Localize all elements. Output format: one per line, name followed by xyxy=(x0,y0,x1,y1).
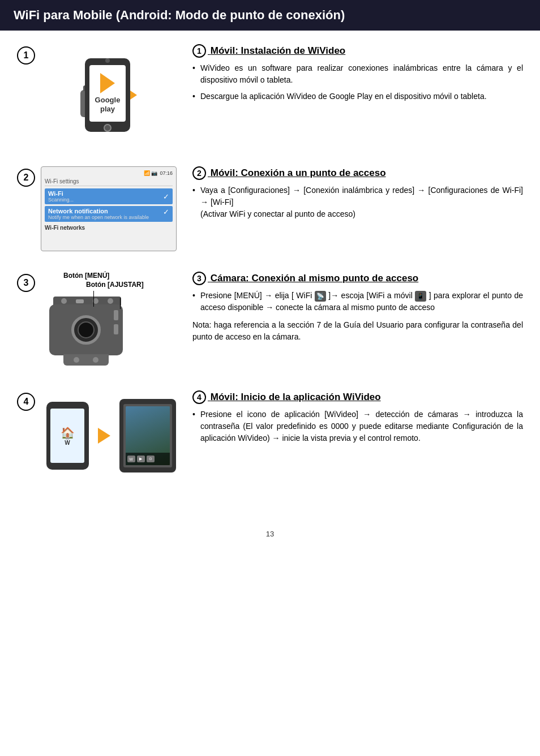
phone-speaker xyxy=(105,58,110,63)
cam-side-btn-1 xyxy=(114,310,118,320)
step-1-number: 1 xyxy=(17,46,35,65)
wifi-networks-label: Wi-Fi networks xyxy=(45,224,173,232)
wifi-icon-inline: 📡 xyxy=(315,291,326,302)
cam-btn-2 xyxy=(76,299,84,303)
wifi-scanning: Scanning... xyxy=(48,197,74,203)
step-4-title: 4 Móvil: Inicio de la aplicación WiVideo xyxy=(192,390,523,404)
wifi-label: Wi-Fi xyxy=(48,190,74,197)
step-3-bullet-1: Presione [MENÚ] → elija [ WiFi 📡 ]→ esco… xyxy=(192,290,523,313)
step-1-illustration: ☁ Googleplay xyxy=(41,44,181,146)
step-2-left: 2 📶 📷 07:16 Wi-Fi settings Wi-Fi Scannin… xyxy=(17,166,181,251)
app-icon-label: W xyxy=(65,440,70,446)
preview-btn-w: W xyxy=(127,456,135,462)
page-header: WiFi para Mobile (Android: Modo de punto… xyxy=(0,0,540,31)
camera-illustration xyxy=(41,291,143,370)
wifi-label-group: Wi-Fi Scanning... xyxy=(48,190,74,203)
tablet-device-icon: W ▶ ⊙ xyxy=(119,399,176,472)
cam-body xyxy=(49,304,123,355)
cam-bottom-btn-2 xyxy=(93,357,98,363)
step-4-number: 4 xyxy=(17,393,35,411)
step-4-illustration: 🏠 W W xyxy=(41,390,181,481)
preview-btn-3: ⊙ xyxy=(147,456,155,462)
wifi-row: Wi-Fi Scanning... ✓ xyxy=(45,188,173,204)
notif-text-group: Network notification Notify me when an o… xyxy=(48,208,149,220)
menu-button-label: Botón [MENÚ] xyxy=(63,272,160,280)
notif-label: Network notification xyxy=(48,208,149,214)
step-3-note: Nota: haga referencia a la sección 7 de … xyxy=(192,319,523,343)
step-3-right: 3 Cámara: Conexión al mismo punto de acc… xyxy=(192,272,523,343)
cam-lens-outer xyxy=(71,315,101,345)
cam-side-btn-2 xyxy=(114,324,118,334)
step-3-camera-area: Botón [MENÚ] Botón [AJUSTAR] xyxy=(41,272,160,370)
step4-arrow xyxy=(98,428,110,444)
step-4-left: 4 🏠 W xyxy=(17,390,181,481)
step-4-right: 4 Móvil: Inicio de la aplicación WiVideo… xyxy=(192,390,523,449)
step-2-bullets: Vaya a [Configuraciones] → [Conexión ina… xyxy=(192,184,523,220)
step-1-bullet-2: Descargue la aplicación WiVideo de Googl… xyxy=(192,91,523,102)
preview-toolbar: W ▶ ⊙ xyxy=(126,453,170,465)
tablet-screen: W ▶ ⊙ xyxy=(123,404,172,467)
notif-row: Network notification Notify me when an o… xyxy=(45,206,173,222)
step-2-title: 2 Móvil: Conexión a un punto de acceso xyxy=(192,166,523,180)
menu-arrow-line xyxy=(93,291,94,307)
step-1-left: 1 ☁ xyxy=(17,44,181,146)
header-title: WiFi para Mobile (Android: Modo de punto… xyxy=(14,8,345,22)
camera-preview-bg: W ▶ ⊙ xyxy=(126,406,170,465)
preview-btn-2: ▶ xyxy=(137,456,145,462)
step-3-title: 3 Cámara: Conexión al mismo punto de acc… xyxy=(192,272,523,285)
cam-btn-4 xyxy=(108,298,113,304)
google-play-triangle-icon xyxy=(100,73,115,93)
step-4-bullets: Presione el icono de aplicación [WiVideo… xyxy=(192,409,523,444)
cam-bottom-btn-1 xyxy=(74,357,79,363)
step-1-title: 1 Móvil: Instalación de WiVideo xyxy=(192,44,523,58)
adjust-button-label: Botón [AJUSTAR] xyxy=(86,281,160,289)
wifi-settings-label: Wi-Fi settings xyxy=(45,178,173,186)
wifi-check-icon: ✓ xyxy=(163,192,169,201)
camera-cloud-group: ☁ Googleplay xyxy=(80,73,142,117)
cam-bottom xyxy=(63,354,109,366)
step-2-number: 2 xyxy=(17,169,35,187)
tablet-preview-image: W ▶ ⊙ xyxy=(126,406,170,465)
cam-btn-1 xyxy=(61,298,67,304)
wifi-settings-illustration: 📶 📷 07:16 Wi-Fi settings Wi-Fi Scanning.… xyxy=(41,166,177,251)
mobile-device-icon: 🏠 W xyxy=(46,402,89,470)
phone-screen: Googleplay xyxy=(89,65,126,122)
google-play-logo: Googleplay xyxy=(95,96,121,113)
wivideo-app-icon: 🏠 W xyxy=(61,426,75,446)
step-1-bullet-1: WiVideo es un software para realizar con… xyxy=(192,62,523,86)
step-3-number-area: 3 Botón [MENÚ] Botón [AJUSTAR] xyxy=(17,272,160,370)
notif-check-icon: ✓ xyxy=(163,208,169,216)
mobile-icon-inline: 📱 xyxy=(415,291,426,302)
step-2-row: 2 📶 📷 07:16 Wi-Fi settings Wi-Fi Scannin… xyxy=(17,166,523,251)
step-1-row: 1 ☁ xyxy=(17,44,523,146)
step-3-left: 3 Botón [MENÚ] Botón [AJUSTAR] xyxy=(17,272,181,370)
step-1-bullets: WiVideo es un software para realizar con… xyxy=(192,62,523,102)
cam-lens-inner xyxy=(78,321,95,338)
page-number: 13 xyxy=(0,530,540,538)
adjust-arrow-line xyxy=(120,298,121,309)
step-2-bullet-1: Vaya a [Configuraciones] → [Conexión ina… xyxy=(192,184,523,220)
phone-icon: Googleplay xyxy=(85,58,130,132)
step-3-row: 3 Botón [MENÚ] Botón [AJUSTAR] xyxy=(17,272,523,370)
step-4-bullet-1: Presione el icono de aplicación [WiVideo… xyxy=(192,409,523,444)
main-content: 1 ☁ xyxy=(0,44,540,518)
step-2-right: 2 Móvil: Conexión a un punto de acceso V… xyxy=(192,166,523,225)
step-3-number: 3 xyxy=(17,274,35,292)
wifi-house-icon: 🏠 xyxy=(61,426,75,440)
mobile-screen: 🏠 W xyxy=(50,409,84,463)
wifi-status-bar: 📶 📷 07:16 xyxy=(45,170,173,176)
notif-sub: Notify me when an open network is availa… xyxy=(48,214,149,220)
step-1-right: 1 Móvil: Instalación de WiVideo WiVideo … xyxy=(192,44,523,107)
step-4-row: 4 🏠 W xyxy=(17,390,523,481)
step-3-bullets: Presione [MENÚ] → elija [ WiFi 📡 ]→ esco… xyxy=(192,290,523,313)
phone-home-button xyxy=(104,124,112,132)
